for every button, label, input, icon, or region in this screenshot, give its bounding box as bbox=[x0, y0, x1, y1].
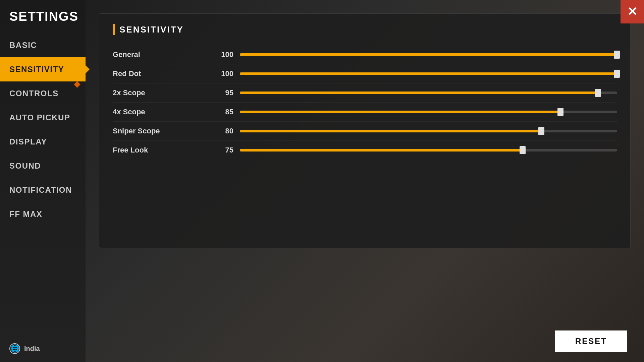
value-general: 100 bbox=[207, 50, 233, 59]
slider-fill bbox=[240, 53, 617, 56]
value-4xscope: 85 bbox=[207, 108, 233, 116]
sensitivity-row-reddot: Red Dot 100 bbox=[113, 64, 617, 83]
label-general: General bbox=[113, 50, 207, 59]
sidebar-item-notification[interactable]: NOTIFICATION bbox=[0, 178, 86, 202]
slider-thumb[interactable] bbox=[538, 127, 544, 135]
label-2xscope: 2x Scope bbox=[113, 88, 207, 97]
close-button[interactable]: ✕ bbox=[621, 0, 644, 23]
slider-fill bbox=[240, 130, 541, 132]
sidebar-item-ff-max[interactable]: FF MAX bbox=[0, 202, 86, 226]
slider-thumb[interactable] bbox=[614, 70, 620, 78]
app-title: SETTINGS bbox=[0, 0, 86, 33]
value-2xscope: 95 bbox=[207, 88, 233, 97]
slider-reddot[interactable] bbox=[240, 69, 617, 78]
sensitivity-row-2xscope: 2x Scope 95 bbox=[113, 83, 617, 103]
slider-thumb[interactable] bbox=[557, 108, 564, 116]
sensitivity-row-general: General 100 bbox=[113, 45, 617, 64]
slider-fill bbox=[240, 72, 617, 75]
sidebar-item-auto-pickup[interactable]: AUTO PICKUP bbox=[0, 106, 86, 130]
region-label: India bbox=[24, 345, 40, 353]
value-freelook: 75 bbox=[207, 146, 233, 155]
title-accent-bar bbox=[113, 24, 115, 35]
sidebar-footer: 🌐 India bbox=[0, 335, 86, 362]
slider-general[interactable] bbox=[240, 50, 617, 59]
panel-title: SENSITIVITY bbox=[113, 24, 617, 35]
sidebar-item-sensitivity[interactable]: SENSITIVITY bbox=[0, 57, 86, 81]
slider-fill bbox=[240, 111, 560, 113]
sidebar: SETTINGS BASIC SENSITIVITY CONTROLS AUTO… bbox=[0, 0, 86, 362]
sidebar-item-sound[interactable]: SOUND bbox=[0, 154, 86, 178]
slider-4xscope[interactable] bbox=[240, 107, 617, 117]
slider-2xscope[interactable] bbox=[240, 88, 617, 98]
slider-thumb[interactable] bbox=[614, 51, 620, 59]
label-freelook: Free Look bbox=[113, 146, 207, 155]
panel-title-text: SENSITIVITY bbox=[119, 24, 184, 35]
sidebar-nav: BASIC SENSITIVITY CONTROLS AUTO PICKUP D… bbox=[0, 33, 86, 335]
value-reddot: 100 bbox=[207, 69, 233, 78]
slider-thumb[interactable] bbox=[595, 89, 601, 97]
sensitivity-row-4xscope: 4x Scope 85 bbox=[113, 103, 617, 122]
settings-panel: SENSITIVITY General 100 Red Dot 100 2x S bbox=[99, 13, 631, 248]
value-sniperscope: 80 bbox=[207, 127, 233, 135]
label-reddot: Red Dot bbox=[113, 69, 207, 78]
slider-fill bbox=[240, 149, 523, 152]
sidebar-item-controls[interactable]: CONTROLS bbox=[0, 81, 86, 106]
sensitivity-row-freelook: Free Look 75 bbox=[113, 141, 617, 160]
globe-icon: 🌐 bbox=[9, 343, 20, 354]
label-sniperscope: Sniper Scope bbox=[113, 127, 207, 135]
slider-sniperscope[interactable] bbox=[240, 126, 617, 136]
close-icon: ✕ bbox=[627, 5, 637, 19]
sidebar-item-display[interactable]: DISPLAY bbox=[0, 130, 86, 154]
main-content: SENSITIVITY General 100 Red Dot 100 2x S bbox=[86, 0, 644, 362]
label-4xscope: 4x Scope bbox=[113, 108, 207, 116]
sensitivity-row-sniperscope: Sniper Scope 80 bbox=[113, 122, 617, 141]
reset-button[interactable]: RESET bbox=[555, 330, 627, 352]
slider-freelook[interactable] bbox=[240, 145, 617, 155]
slider-thumb[interactable] bbox=[520, 146, 526, 154]
slider-fill bbox=[240, 92, 598, 94]
sidebar-item-basic[interactable]: BASIC bbox=[0, 33, 86, 57]
